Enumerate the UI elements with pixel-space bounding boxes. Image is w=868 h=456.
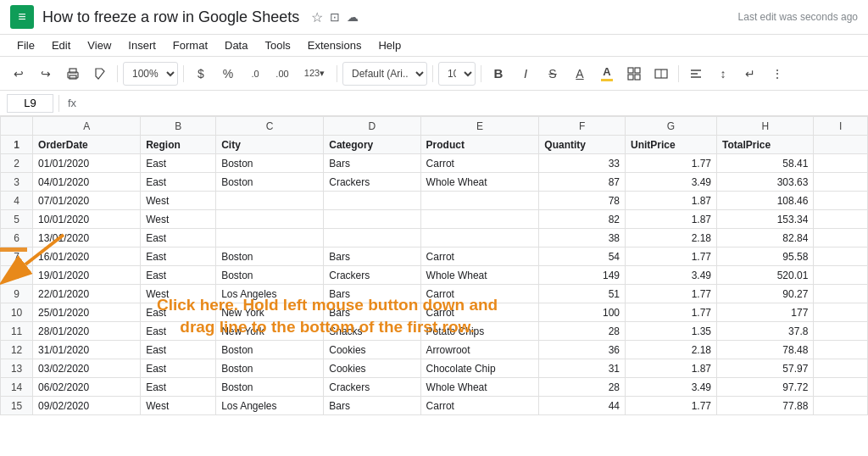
cell-c11[interactable]: New York xyxy=(216,322,324,341)
cell-h9[interactable]: 90.27 xyxy=(717,285,814,303)
cell-c2[interactable]: Boston xyxy=(216,154,324,173)
cell-g4[interactable]: 1.87 xyxy=(626,192,717,210)
cell-d7[interactable]: Bars xyxy=(324,247,420,266)
cell-d8[interactable]: Crackers xyxy=(324,266,420,285)
cell-e10[interactable]: Carrot xyxy=(420,303,539,322)
cell-b7[interactable]: East xyxy=(141,247,216,266)
cell-g2[interactable]: 1.77 xyxy=(626,154,717,173)
strikethrough-button[interactable]: S xyxy=(541,62,565,86)
cell-f7[interactable]: 54 xyxy=(539,247,626,266)
cell-c8[interactable]: Boston xyxy=(216,266,324,285)
cell-h5[interactable]: 153.34 xyxy=(717,210,814,229)
cell-h10[interactable]: 177 xyxy=(717,303,814,322)
cell-c12[interactable]: Boston xyxy=(216,341,324,359)
cell-a4[interactable]: 07/01/2020 xyxy=(33,192,141,210)
cell-d4[interactable] xyxy=(324,192,420,210)
cell-a5[interactable]: 10/01/2020 xyxy=(33,210,141,229)
fill-color-button[interactable]: A xyxy=(595,62,619,86)
cell-h3[interactable]: 303.63 xyxy=(717,173,814,192)
cell-d13[interactable]: Cookies xyxy=(324,359,420,378)
menu-format[interactable]: Format xyxy=(166,36,214,54)
menu-file[interactable]: File xyxy=(10,36,42,54)
cell-d12[interactable]: Cookies xyxy=(324,341,420,359)
cell-a6[interactable]: 13/01/2020 xyxy=(33,229,141,247)
cell-c7[interactable]: Boston xyxy=(216,247,324,266)
merge-cells-button[interactable] xyxy=(649,62,673,86)
currency-button[interactable]: $ xyxy=(189,62,213,86)
cell-e3[interactable]: Whole Wheat xyxy=(420,173,539,192)
cell-f9[interactable]: 51 xyxy=(539,285,626,303)
row-num-15[interactable]: 15 xyxy=(1,397,33,415)
italic-button[interactable]: I xyxy=(514,62,537,86)
cell-g8[interactable]: 3.49 xyxy=(626,266,717,285)
cell-e5[interactable] xyxy=(420,210,539,229)
cell-i7[interactable] xyxy=(814,247,868,266)
cell-a7[interactable]: 16/01/2020 xyxy=(33,247,141,266)
cell-d9[interactable]: Bars xyxy=(324,285,420,303)
cell-b9[interactable]: West xyxy=(141,285,216,303)
col-header-a[interactable]: A xyxy=(33,117,141,136)
menu-help[interactable]: Help xyxy=(371,36,408,54)
cell-e7[interactable]: Carrot xyxy=(420,247,539,266)
cell-e8[interactable]: Whole Wheat xyxy=(420,266,539,285)
cell-f13[interactable]: 31 xyxy=(539,359,626,378)
valign-button[interactable]: ↕ xyxy=(711,62,735,86)
cell-h8[interactable]: 520.01 xyxy=(717,266,814,285)
cell-f2[interactable]: 33 xyxy=(539,154,626,173)
cell-b10[interactable]: East xyxy=(141,303,216,322)
col-header-d[interactable]: D xyxy=(324,117,420,136)
row-num-14[interactable]: 14 xyxy=(1,378,33,397)
cell-i11[interactable] xyxy=(814,322,868,341)
cell-a9[interactable]: 22/01/2020 xyxy=(33,285,141,303)
cell-e14[interactable]: Whole Wheat xyxy=(420,378,539,397)
cell-i9[interactable] xyxy=(814,285,868,303)
cell-b8[interactable]: East xyxy=(141,266,216,285)
row-num-4[interactable]: 4 xyxy=(1,192,33,210)
cell-f1[interactable]: Quantity xyxy=(539,136,626,154)
formula-input[interactable] xyxy=(85,97,861,109)
cell-g6[interactable]: 2.18 xyxy=(626,229,717,247)
percent-button[interactable]: % xyxy=(216,62,240,86)
col-header-b[interactable]: B xyxy=(141,117,216,136)
cell-a15[interactable]: 09/02/2020 xyxy=(33,397,141,415)
cell-d11[interactable]: Snacks xyxy=(324,322,420,341)
cell-c10[interactable]: New York xyxy=(216,303,324,322)
menu-view[interactable]: View xyxy=(81,36,118,54)
menu-data[interactable]: Data xyxy=(218,36,254,54)
cell-b4[interactable]: West xyxy=(141,192,216,210)
cell-i14[interactable] xyxy=(814,378,868,397)
cell-e2[interactable]: Carrot xyxy=(420,154,539,173)
cell-g14[interactable]: 3.49 xyxy=(626,378,717,397)
cell-a12[interactable]: 31/01/2020 xyxy=(33,341,141,359)
cell-d10[interactable]: Bars xyxy=(324,303,420,322)
cell-a3[interactable]: 04/01/2020 xyxy=(33,173,141,192)
cell-g5[interactable]: 1.87 xyxy=(626,210,717,229)
font-select[interactable]: Default (Ari... Arial xyxy=(342,62,427,86)
cell-i12[interactable] xyxy=(814,341,868,359)
row-num-13[interactable]: 13 xyxy=(1,359,33,378)
cell-f15[interactable]: 44 xyxy=(539,397,626,415)
menu-extensions[interactable]: Extensions xyxy=(301,36,369,54)
align-button[interactable] xyxy=(684,62,708,86)
col-header-i[interactable]: I xyxy=(814,117,868,136)
cell-f6[interactable]: 38 xyxy=(539,229,626,247)
cell-f5[interactable]: 82 xyxy=(539,210,626,229)
cell-e1[interactable]: Product xyxy=(420,136,539,154)
cell-h14[interactable]: 97.72 xyxy=(717,378,814,397)
undo-button[interactable]: ↩ xyxy=(7,62,31,86)
cell-g10[interactable]: 1.77 xyxy=(626,303,717,322)
cell-c1[interactable]: City xyxy=(216,136,324,154)
row-num-5[interactable]: 5 xyxy=(1,210,33,229)
cell-f8[interactable]: 149 xyxy=(539,266,626,285)
cell-g13[interactable]: 1.87 xyxy=(626,359,717,378)
col-header-f[interactable]: F xyxy=(539,117,626,136)
cloud-icon[interactable]: ☁ xyxy=(347,10,359,24)
cell-c9[interactable]: Los Angeles xyxy=(216,285,324,303)
cell-b12[interactable]: East xyxy=(141,341,216,359)
cell-g15[interactable]: 1.77 xyxy=(626,397,717,415)
zoom-select[interactable]: 100% 75% 125% xyxy=(123,62,178,86)
cell-g12[interactable]: 2.18 xyxy=(626,341,717,359)
cell-i6[interactable] xyxy=(814,229,868,247)
cell-a8[interactable]: 19/01/2020 xyxy=(33,266,141,285)
cell-b11[interactable]: East xyxy=(141,322,216,341)
